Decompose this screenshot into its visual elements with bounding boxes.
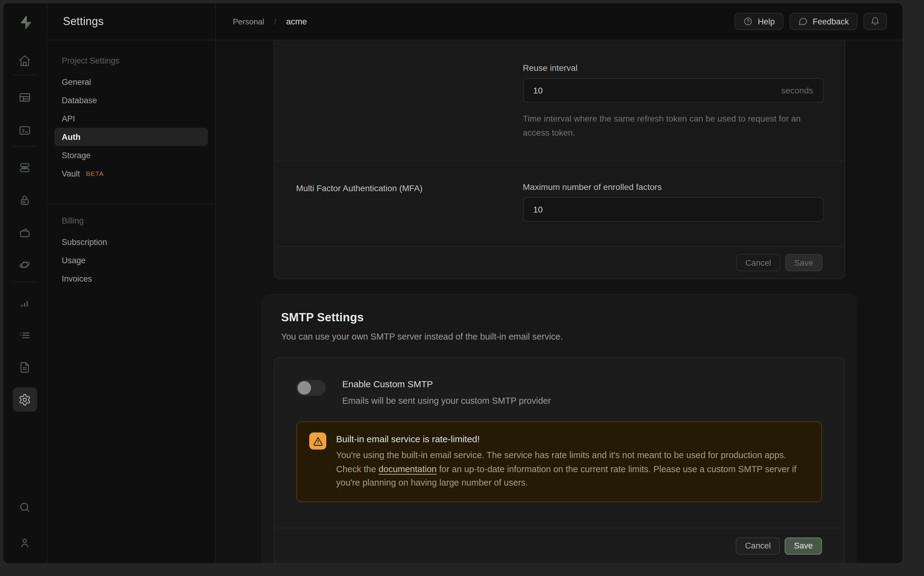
content-scroll-area[interactable]: Reuse interval seconds Time interval whe…	[216, 40, 903, 563]
enable-smtp-sublabel: Emails will be sent using your custom SM…	[342, 396, 551, 406]
screen: Settings Project Settings General Databa…	[0, 0, 924, 576]
edge-functions-icon[interactable]	[13, 252, 37, 277]
feedback-bubble-icon	[798, 16, 807, 26]
documentation-link[interactable]: documentation	[379, 464, 437, 474]
icon-rail	[3, 3, 47, 563]
sidebar-item-api[interactable]: API	[47, 109, 215, 128]
reuse-interval-input[interactable]	[533, 85, 774, 95]
warning-triangle-icon	[309, 432, 326, 450]
settings-gear-icon[interactable]	[13, 387, 37, 412]
reuse-interval-row: Reuse interval seconds Time interval whe…	[274, 40, 844, 161]
sidebar-item-auth[interactable]: Auth	[54, 128, 208, 146]
breadcrumb-project[interactable]: acme	[286, 16, 307, 26]
nav-group-billing: Billing Subscription Usage Invoices	[47, 204, 215, 299]
supabase-logo-icon[interactable]	[13, 11, 36, 34]
enable-smtp-row: Enable Custom SMTP Emails will be sent u…	[274, 358, 844, 406]
warning-body: You're using the built-in email service.…	[336, 448, 809, 490]
save-button[interactable]: Save	[785, 537, 822, 554]
rate-limit-warning: Built-in email service is rate-limited! …	[296, 421, 822, 502]
sidebar-item-subscription[interactable]: Subscription	[47, 233, 215, 251]
rail-divider	[13, 75, 37, 75]
help-circle-icon	[743, 16, 753, 26]
rail-divider	[13, 282, 37, 282]
cancel-button[interactable]: Cancel	[736, 537, 780, 554]
toggle-knob	[298, 381, 311, 395]
save-button[interactable]: Save	[785, 254, 822, 271]
logs-icon[interactable]	[13, 323, 37, 347]
storage-icon[interactable]	[13, 220, 37, 244]
auth-lock-icon[interactable]	[13, 188, 37, 213]
sidebar-item-invoices[interactable]: Invoices	[47, 269, 215, 288]
app-window: Settings Project Settings General Databa…	[2, 2, 903, 564]
mfa-section-label: Multi Factor Authentication (MFA)	[296, 182, 523, 222]
auth-settings-card: Reuse interval seconds Time interval whe…	[274, 40, 845, 279]
sql-editor-icon[interactable]	[13, 118, 37, 142]
top-bar: Personal / acme Help Feedback	[216, 3, 903, 40]
home-icon[interactable]	[13, 48, 37, 73]
reports-icon[interactable]	[13, 290, 37, 315]
sidebar-header: Settings	[47, 3, 215, 40]
page-title: Settings	[63, 15, 104, 28]
beta-badge: BETA	[86, 170, 104, 177]
breadcrumb-org[interactable]: Personal	[233, 17, 264, 26]
sidebar-item-usage[interactable]: Usage	[47, 251, 215, 269]
breadcrumb-separator: /	[274, 16, 277, 26]
help-button[interactable]: Help	[735, 13, 783, 30]
bell-icon	[870, 16, 880, 26]
nav-heading: Billing	[47, 216, 215, 226]
settings-nav: Project Settings General Database API Au…	[47, 40, 215, 299]
sidebar-item-vault[interactable]: Vault BETA	[47, 164, 215, 182]
enable-smtp-label: Enable Custom SMTP	[342, 379, 551, 389]
sidebar-item-label: Vault	[62, 169, 80, 178]
smtp-description: You can use your own SMTP server instead…	[281, 332, 845, 341]
sidebar-item-general[interactable]: General	[47, 73, 215, 91]
smtp-section: SMTP Settings You can use your own SMTP …	[261, 294, 857, 563]
top-actions: Help Feedback	[735, 13, 887, 30]
table-editor-icon[interactable]	[13, 85, 37, 109]
main-area: Personal / acme Help Feedback	[216, 3, 903, 563]
sidebar-item-storage[interactable]: Storage	[47, 146, 215, 164]
enable-smtp-toggle[interactable]	[296, 380, 326, 396]
mfa-row: Multi Factor Authentication (MFA) Maximu…	[274, 161, 844, 246]
smtp-title: SMTP Settings	[281, 311, 845, 324]
settings-sidebar: Settings Project Settings General Databa…	[47, 3, 216, 563]
nav-group-project-settings: Project Settings General Database API Au…	[47, 40, 215, 194]
feedback-button[interactable]: Feedback	[789, 13, 857, 30]
smtp-card: Enable Custom SMTP Emails will be sent u…	[274, 357, 845, 563]
profile-icon[interactable]	[13, 530, 37, 555]
reuse-interval-help: Time interval where the same refresh tok…	[523, 112, 823, 140]
reuse-interval-label: Reuse interval	[523, 63, 823, 73]
database-icon[interactable]	[13, 155, 37, 179]
sidebar-item-database[interactable]: Database	[47, 91, 215, 109]
search-icon[interactable]	[13, 495, 37, 519]
mfa-input-wrap	[523, 197, 823, 222]
auth-card-footer: Cancel Save	[274, 246, 844, 278]
docs-icon[interactable]	[13, 355, 37, 379]
warning-title: Built-in email service is rate-limited!	[336, 434, 809, 444]
cancel-button[interactable]: Cancel	[736, 254, 780, 271]
mfa-field-label: Maximum number of enrolled factors	[523, 182, 823, 192]
rail-divider	[13, 146, 37, 147]
mfa-max-factors-input[interactable]	[533, 205, 813, 214]
reuse-interval-unit: seconds	[781, 85, 813, 95]
notifications-button[interactable]	[863, 13, 887, 30]
nav-heading: Project Settings	[47, 56, 215, 66]
smtp-card-footer: Cancel Save	[274, 528, 844, 563]
reuse-interval-input-wrap: seconds	[523, 78, 823, 102]
